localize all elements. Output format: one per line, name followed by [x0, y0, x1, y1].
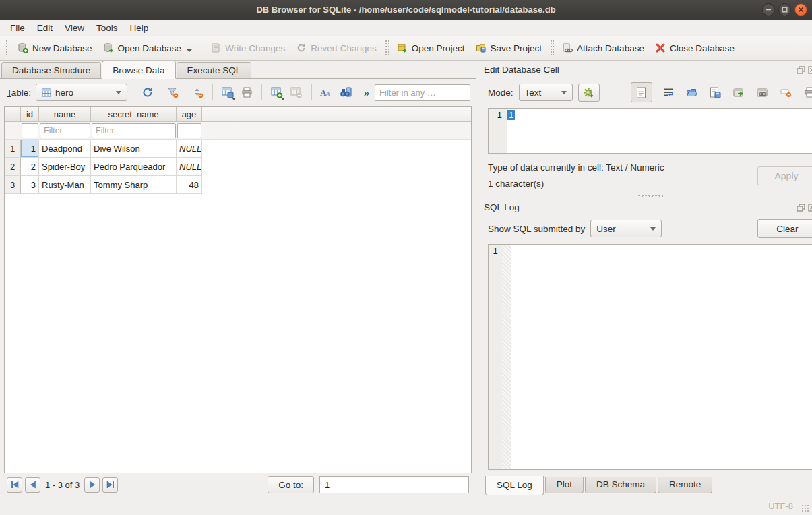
float-icon: [797, 66, 805, 74]
auto-apply-button[interactable]: [578, 84, 600, 102]
revert-changes-icon: [296, 42, 307, 53]
edit-display-format-button[interactable]: A A: [318, 84, 335, 101]
export-data-button[interactable]: [708, 85, 723, 100]
menu-tools[interactable]: Tools: [90, 22, 124, 34]
revert-changes-button: Revert Changes: [290, 39, 382, 57]
row-number[interactable]: 3: [5, 176, 21, 194]
last-record-button[interactable]: [102, 477, 118, 493]
insert-record-button[interactable]: [268, 84, 285, 101]
grid-header-row: id name secret_name age: [5, 107, 471, 122]
open-database-dropdown-caret[interactable]: [187, 49, 192, 52]
edit-cell-dock-titlebar: Edit Database Cell: [484, 63, 812, 77]
cell-editor-content[interactable]: 1: [507, 109, 812, 153]
clear-filters-button[interactable]: [164, 84, 181, 101]
first-record-button[interactable]: [7, 477, 22, 493]
cell-secret-name[interactable]: Pedro Parqueador: [91, 158, 177, 176]
refresh-button[interactable]: [139, 84, 156, 101]
menu-view[interactable]: View: [59, 22, 90, 34]
tab-database-structure[interactable]: Database Structure: [1, 62, 101, 78]
cell-secret-name[interactable]: Dive Wilson: [91, 140, 177, 158]
table-row[interactable]: 3 3 Rusty-Man Tommy Sharp 48: [5, 176, 471, 194]
import-data-button[interactable]: [685, 85, 699, 100]
sql-log-line-number: 1: [489, 245, 502, 469]
menu-file[interactable]: File: [4, 22, 31, 34]
menu-help[interactable]: Help: [124, 22, 155, 34]
sql-log-filter-select[interactable]: User: [590, 220, 662, 237]
filter-input-age[interactable]: [177, 123, 201, 138]
cell-age[interactable]: 48: [177, 176, 202, 194]
tab-browse-data[interactable]: Browse Data: [102, 61, 175, 79]
toolbar-overflow-chevron[interactable]: »: [364, 87, 369, 98]
table-select[interactable]: hero: [36, 84, 127, 101]
table-row[interactable]: 2 2 Spider-Boy Pedro Parqueador NULL: [5, 158, 471, 176]
cell-id[interactable]: 2: [21, 158, 39, 176]
cell-age[interactable]: NULL: [177, 140, 202, 158]
edit-cell-title: Edit Database Cell: [484, 65, 559, 75]
close-database-button[interactable]: Close Database: [650, 39, 740, 57]
tab-remote[interactable]: Remote: [658, 477, 712, 493]
save-results-button[interactable]: [219, 84, 236, 101]
column-header-id[interactable]: id: [21, 107, 39, 121]
save-project-button[interactable]: Save Project: [470, 39, 548, 57]
row-number[interactable]: 2: [5, 158, 21, 176]
goto-button[interactable]: Go to:: [268, 476, 314, 493]
minimize-button[interactable]: [762, 3, 775, 16]
filter-input-name[interactable]: [40, 123, 90, 138]
next-record-button[interactable]: [84, 477, 100, 493]
set-null-button[interactable]: [779, 85, 794, 100]
cell-id[interactable]: 3: [21, 176, 39, 194]
clear-filter-icon: [167, 87, 179, 98]
filter-input-secret-name[interactable]: [92, 123, 176, 138]
tab-sql-log[interactable]: SQL Log: [485, 476, 544, 495]
find-button[interactable]: [338, 84, 354, 101]
goto-record-input[interactable]: [319, 476, 469, 493]
row-number[interactable]: 1: [5, 140, 21, 158]
sql-log-view[interactable]: 1: [488, 244, 812, 470]
text-mode-button[interactable]: [631, 82, 652, 102]
float-dock-button[interactable]: [797, 65, 806, 74]
tab-db-schema[interactable]: DB Schema: [585, 477, 656, 493]
apply-to-cell-button[interactable]: [732, 85, 747, 100]
tab-plot[interactable]: Plot: [545, 477, 584, 493]
cell-age[interactable]: NULL: [177, 158, 202, 176]
cell-secret-name[interactable]: Tommy Sharp: [91, 176, 177, 194]
clear-sorting-button[interactable]: [189, 84, 206, 101]
open-in-external-button[interactable]: [755, 85, 770, 100]
cell-editor[interactable]: 1 1: [488, 108, 812, 154]
mode-select[interactable]: Text: [519, 84, 573, 101]
new-database-button[interactable]: New Database: [12, 39, 98, 57]
show-sql-label: Show SQL submitted by: [488, 224, 585, 234]
main-area: Database Structure Browse Data Execute S…: [0, 61, 812, 496]
column-header-secret-name[interactable]: secret_name: [91, 107, 177, 121]
window-controls: [762, 3, 807, 16]
filter-input-id[interactable]: [22, 123, 38, 138]
close-button[interactable]: [794, 3, 807, 16]
document-icon: [636, 87, 646, 98]
close-dock-button[interactable]: [808, 203, 812, 212]
table-row[interactable]: 1 1 Deadpond Dive Wilson NULL: [5, 140, 471, 158]
write-changes-button: Write Changes: [205, 39, 290, 57]
float-dock-button[interactable]: [797, 203, 806, 212]
cell-id[interactable]: 1: [21, 140, 39, 158]
clear-log-button[interactable]: Clear: [757, 219, 812, 238]
print-cell-button[interactable]: [803, 85, 812, 100]
menu-edit[interactable]: Edit: [31, 22, 59, 34]
maximize-button[interactable]: [778, 3, 791, 16]
print-button[interactable]: [239, 84, 255, 101]
cell-name[interactable]: Rusty-Man: [39, 176, 91, 194]
filter-any-column-input[interactable]: [375, 84, 470, 101]
cell-name[interactable]: Spider-Boy: [39, 158, 91, 176]
column-header-age[interactable]: age: [177, 107, 202, 121]
cell-name[interactable]: Deadpond: [39, 140, 91, 158]
previous-record-button[interactable]: [25, 477, 40, 493]
resize-grip[interactable]: [801, 504, 810, 513]
word-wrap-button[interactable]: [661, 85, 676, 100]
attach-database-button[interactable]: Attach Database: [557, 39, 650, 57]
column-header-name[interactable]: name: [39, 107, 91, 121]
dock-splitter[interactable]: [484, 191, 812, 200]
bottom-tabbar: SQL Log Plot DB Schema Remote: [484, 477, 812, 496]
open-project-button[interactable]: Open Project: [392, 39, 470, 57]
open-database-button[interactable]: Open Database: [98, 39, 198, 57]
tab-execute-sql[interactable]: Execute SQL: [177, 62, 252, 78]
close-dock-button[interactable]: [808, 65, 812, 74]
